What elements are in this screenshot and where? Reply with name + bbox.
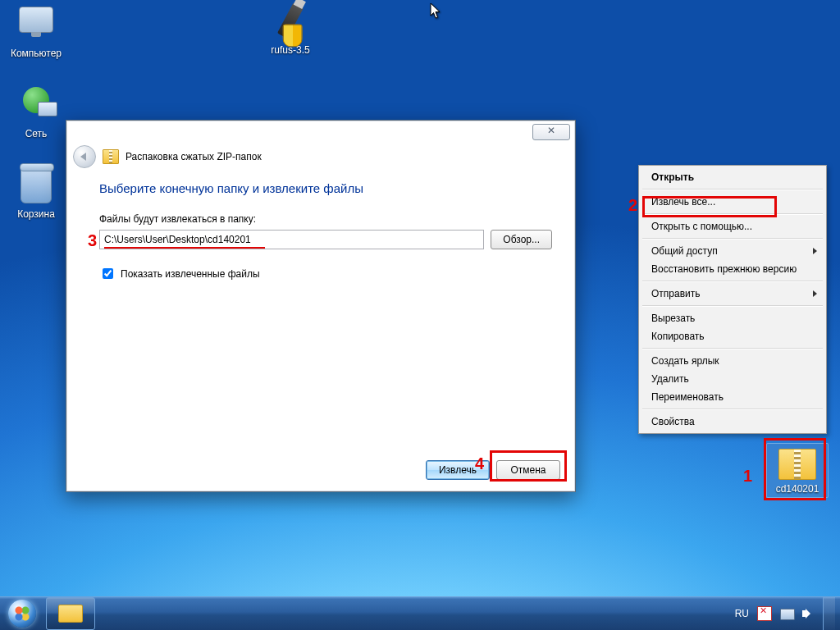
recycle-bin-icon: [16, 167, 56, 207]
ctx-copy[interactable]: Копировать: [641, 327, 824, 345]
language-indicator[interactable]: RU: [735, 608, 749, 619]
start-button[interactable]: [0, 597, 44, 630]
context-menu: Открыть Извлечь все... Открыть с помощью…: [638, 165, 827, 434]
computer-icon: [16, 7, 56, 46]
destination-input[interactable]: [99, 230, 484, 249]
ctx-restore-previous[interactable]: Восстановить прежнюю версию: [641, 260, 824, 278]
ctx-send-to[interactable]: Отправить: [641, 285, 824, 303]
desktop-icon-rufus[interactable]: rufus-3.5: [259, 2, 322, 56]
usb-icon: [271, 3, 310, 43]
cursor-icon: [430, 2, 443, 23]
annotation-number-2: 2: [628, 197, 637, 213]
separator: [642, 189, 823, 190]
volume-icon[interactable]: [801, 607, 815, 620]
cancel-button[interactable]: Отмена: [496, 460, 560, 480]
desktop-icon-zip-file[interactable]: cd140201: [766, 443, 829, 498]
separator: [642, 348, 823, 349]
ctx-rename[interactable]: Переименовать: [641, 388, 824, 406]
browse-button[interactable]: Обзор...: [491, 230, 552, 249]
separator: [642, 213, 823, 215]
ctx-share[interactable]: Общий доступ: [641, 242, 824, 260]
windows-orb-icon: [8, 600, 36, 628]
desktop-icon-network[interactable]: Сеть: [5, 84, 67, 139]
show-files-checkbox[interactable]: [103, 268, 113, 279]
action-center-icon[interactable]: [757, 606, 772, 621]
separator: [642, 409, 823, 410]
show-files-label: Показать извлеченные файлы: [121, 268, 260, 280]
ctx-open-with[interactable]: Открыть с помощью...: [641, 217, 824, 235]
extract-wizard-window: ✕ Распаковка сжатых ZIP-папок Выберите к…: [66, 120, 576, 492]
separator: [642, 281, 823, 282]
wizard-header: Распаковка сжатых ZIP-папок: [126, 151, 262, 162]
ctx-create-shortcut[interactable]: Создать ярлык: [641, 352, 824, 370]
network-icon: [16, 87, 56, 126]
ctx-delete[interactable]: Удалить: [641, 370, 824, 388]
taskbar-explorer-button[interactable]: [46, 597, 95, 630]
annotation-number-1: 1: [743, 468, 752, 484]
show-desktop-button[interactable]: [823, 597, 835, 630]
extract-button[interactable]: Извлечь: [426, 460, 490, 480]
close-button[interactable]: ✕: [532, 124, 570, 140]
zip-folder-icon: [103, 149, 119, 164]
back-button[interactable]: [73, 145, 96, 168]
icon-label: cd140201: [769, 483, 826, 495]
desktop-icon-computer[interactable]: Компьютер: [5, 2, 67, 59]
zip-folder-icon: [778, 449, 817, 482]
icon-label: Компьютер: [5, 48, 67, 59]
folder-icon: [58, 605, 83, 623]
icon-label: Сеть: [5, 128, 67, 139]
destination-label: Файлы будут извлекаться в папку:: [99, 213, 552, 225]
network-tray-icon[interactable]: [780, 607, 793, 620]
system-tray: RU: [735, 597, 840, 630]
ctx-cut[interactable]: Вырезать: [641, 309, 824, 327]
separator: [642, 238, 823, 240]
desktop-icon-recycle-bin[interactable]: Корзина: [5, 166, 67, 220]
icon-label: Корзина: [5, 208, 67, 220]
ctx-properties[interactable]: Свойства: [641, 413, 824, 431]
separator: [642, 305, 823, 307]
ctx-extract-all[interactable]: Извлечь все...: [641, 193, 824, 211]
close-icon: ✕: [547, 125, 555, 136]
taskbar: RU: [0, 596, 840, 630]
wizard-title: Выберите конечную папку и извлеките файл…: [99, 181, 552, 195]
ctx-open[interactable]: Открыть: [641, 168, 824, 186]
